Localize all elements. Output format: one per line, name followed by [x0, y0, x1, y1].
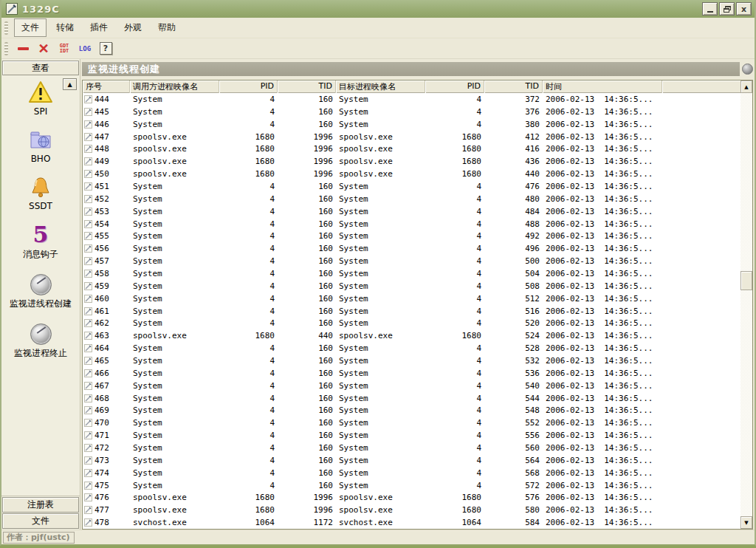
table-row[interactable]: 470System4160System45522006-02-1314:36:5… — [83, 417, 740, 429]
table-row[interactable]: 477spoolsv.exe16801996spoolsv.exe1680580… — [83, 504, 740, 516]
cell-caller-tid: 1996 — [278, 132, 336, 142]
process-thread-table: 序号 调用方进程映像名 PID TID 目标进程映像名 PID TID 时间 4… — [82, 80, 753, 530]
sidebar-item-ssdt[interactable]: SSDT — [2, 174, 80, 211]
table-row[interactable]: 468System4160System45442006-02-1314:36:5… — [83, 392, 740, 405]
table-row[interactable]: 463spoolsv.exe1680440spoolsv.exe16805242… — [83, 329, 740, 342]
scroll-up-button[interactable]: ▲ — [740, 81, 752, 93]
table-row[interactable]: 448spoolsv.exe16801996spoolsv.exe1680416… — [83, 143, 740, 155]
toolbar-gripper-icon[interactable] — [4, 42, 8, 55]
vertical-scrollbar[interactable]: ▲ ▼ — [740, 81, 752, 529]
col-seq[interactable]: 序号 — [83, 81, 130, 93]
red-dash-icon — [18, 47, 29, 50]
cell-caller-pid: 1680 — [219, 169, 278, 179]
cell-target-pid: 4 — [425, 120, 484, 129]
table-row[interactable]: 465System4160System45322006-02-1314:36:5… — [83, 355, 740, 367]
row-pen-icon — [84, 394, 92, 403]
cell-time: 2006-02-1314:36:5... — [543, 231, 662, 241]
table-row[interactable]: 454System4160System44882006-02-1314:36:5… — [83, 218, 740, 230]
cell-time: 2006-02-1314:36:5... — [543, 505, 662, 515]
cell-caller-pid: 4 — [219, 231, 278, 241]
minimize-icon — [707, 11, 713, 13]
col-target-tid[interactable]: TID — [484, 81, 543, 93]
delete-tool-button[interactable]: ✕ — [35, 41, 52, 57]
menubar-gripper-icon[interactable] — [4, 21, 8, 35]
menu-appearance[interactable]: 外观 — [117, 19, 148, 36]
col-target-pid[interactable]: PID — [425, 81, 484, 93]
table-row[interactable]: 475System4160System45722006-02-1314:36:5… — [83, 479, 740, 492]
table-row[interactable]: 467System4160System45402006-02-1314:36:5… — [83, 380, 740, 392]
log-tool-button[interactable]: LOG — [76, 41, 94, 57]
sidebar-scroll-up-button[interactable]: ▲ — [63, 78, 77, 90]
restore-button[interactable] — [719, 2, 735, 16]
cell-target-tid: 568 — [484, 468, 543, 478]
table-row[interactable]: 459System4160System45082006-02-1314:36:5… — [83, 280, 740, 292]
scroll-thumb[interactable] — [740, 271, 752, 290]
table-row[interactable]: 456System4160System44962006-02-1314:36:5… — [83, 242, 740, 255]
table-row[interactable]: 469System4160System45482006-02-1314:36:5… — [83, 404, 740, 417]
cell-time: 2006-02-1314:36:5... — [543, 244, 662, 253]
table-row[interactable]: 447spoolsv.exe16801996spoolsv.exe1680412… — [83, 131, 740, 143]
col-time[interactable]: 时间 — [543, 81, 662, 93]
table-row[interactable]: 458System4160System45042006-02-1314:36:5… — [83, 267, 740, 280]
cell-time: 2006-02-1314:36:5... — [543, 132, 662, 142]
cell-caller-image: System — [130, 356, 219, 366]
sidebar-header-view-button[interactable]: 查看 — [2, 61, 79, 75]
file-button[interactable]: 文件 — [2, 513, 79, 529]
table-row[interactable]: 452System4160System44802006-02-1314:36:5… — [83, 193, 740, 205]
table-row[interactable]: 450spoolsv.exe16801996spoolsv.exe1680440… — [83, 168, 740, 180]
sidebar-item-monitor-process-terminate[interactable]: 监视进程终止 — [2, 320, 80, 360]
cell-target-pid: 4 — [425, 318, 484, 328]
table-row[interactable]: 472System4160System45602006-02-1314:36:5… — [83, 442, 740, 454]
menu-plugins[interactable]: 插件 — [83, 19, 114, 36]
table-row[interactable]: 453System4160System44842006-02-1314:36:5… — [83, 205, 740, 218]
cell-target-tid: 564 — [484, 456, 543, 465]
menu-help[interactable]: 帮助 — [151, 19, 182, 36]
cell-caller-pid: 4 — [219, 343, 278, 353]
table-row[interactable]: 476spoolsv.exe16801996spoolsv.exe1680576… — [83, 492, 740, 504]
table-row[interactable]: 457System4160System45002006-02-1314:36:5… — [83, 255, 740, 267]
sidebar-item-bho[interactable]: BHO — [2, 126, 80, 164]
close-button[interactable]: x — [736, 2, 752, 16]
cell-target-tid: 412 — [484, 132, 543, 142]
cell-target-tid: 484 — [484, 207, 543, 216]
cell-target-pid: 4 — [425, 381, 484, 391]
col-target-image[interactable]: 目标进程映像名 — [336, 81, 425, 93]
table-row[interactable]: 455System4160System44922006-02-1314:36:5… — [83, 230, 740, 242]
cell-target-image: spoolsv.exe — [336, 493, 425, 502]
table-row[interactable]: 446System4160System43802006-02-1314:36:5… — [83, 118, 740, 131]
table-row[interactable]: 445System4160System43762006-02-1314:36:5… — [83, 106, 740, 118]
cell-caller-tid: 160 — [278, 468, 336, 478]
help-tool-button[interactable]: ? — [97, 41, 114, 57]
table-row[interactable]: 462System4160System45202006-02-1314:36:5… — [83, 317, 740, 329]
minimize-button[interactable] — [702, 2, 718, 16]
cell-caller-image: spoolsv.exe — [130, 169, 219, 179]
table-row[interactable]: 461System4160System45162006-02-1314:36:5… — [83, 305, 740, 318]
table-row[interactable]: 464System4160System45282006-02-1314:36:5… — [83, 342, 740, 355]
folder-globe-icon — [28, 128, 53, 151]
cell-target-pid: 4 — [425, 405, 484, 415]
registry-button[interactable]: 注册表 — [2, 497, 79, 513]
gdt-idt-tool-button[interactable]: GDTIDT — [55, 41, 73, 57]
cell-target-tid: 524 — [484, 331, 543, 340]
table-row[interactable]: 471System4160System45562006-02-1314:36:5… — [83, 429, 740, 442]
dash-tool-button[interactable] — [14, 41, 32, 57]
menu-dump[interactable]: 转储 — [49, 19, 80, 36]
table-row[interactable]: 449spoolsv.exe16801996spoolsv.exe1680436… — [83, 155, 740, 168]
table-row[interactable]: 466System4160System45362006-02-1314:36:5… — [83, 367, 740, 380]
col-caller-tid[interactable]: TID — [278, 81, 336, 93]
sidebar-item-message-hook[interactable]: 5 消息钩子 — [2, 221, 80, 261]
cell-target-image: System — [336, 443, 425, 453]
scroll-down-button[interactable]: ▼ — [740, 516, 752, 529]
col-caller-pid[interactable]: PID — [219, 81, 278, 93]
col-caller-image[interactable]: 调用方进程映像名 — [130, 81, 219, 93]
table-row[interactable]: 444System4160System43722006-02-1314:36:5… — [83, 93, 740, 106]
table-row[interactable]: 451System4160System44762006-02-1314:36:5… — [83, 180, 740, 193]
table-row[interactable]: 474System4160System45682006-02-1314:36:5… — [83, 467, 740, 479]
table-row[interactable]: 478svchost.exe10641172svchost.exe1064584… — [83, 516, 740, 529]
cell-seq: 468 — [83, 394, 130, 403]
menu-file[interactable]: 文件 — [14, 18, 47, 37]
sidebar-item-monitor-thread-create[interactable]: 监视进线程创建 — [2, 270, 80, 310]
panel-title: 监视进线程创建 — [82, 62, 740, 76]
table-row[interactable]: 460System4160System45122006-02-1314:36:5… — [83, 292, 740, 305]
table-row[interactable]: 473System4160System45642006-02-1314:36:5… — [83, 454, 740, 467]
